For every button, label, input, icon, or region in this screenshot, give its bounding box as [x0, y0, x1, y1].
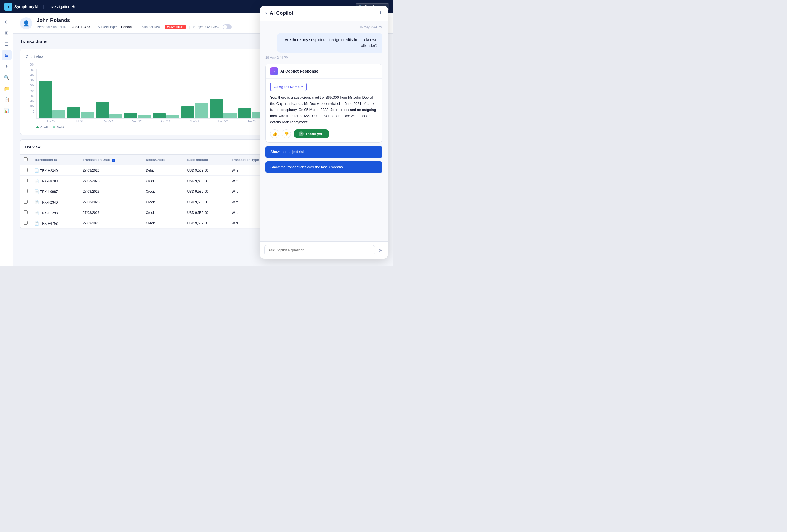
- sidebar-icon-search[interactable]: 🔍: [2, 72, 12, 82]
- doc-icon: 📄: [34, 190, 39, 194]
- row-type: Credit: [143, 197, 184, 207]
- sidebar-icon-folder[interactable]: 📁: [2, 84, 12, 93]
- three-dots-menu[interactable]: ···: [373, 69, 378, 74]
- checkmark-icon: ✓: [299, 131, 304, 136]
- bar-credit: [39, 81, 52, 118]
- response-body: AI Agent Name ▾ Yes, there is a suspicio…: [266, 79, 382, 142]
- y-axis: 90k 80k 70k 60k 50k 40k 30k 20k 10k 0: [26, 63, 34, 113]
- row-id: 📄TRX-H2340: [31, 197, 80, 207]
- sidebar-icon-notes[interactable]: 📋: [2, 94, 12, 105]
- month-group: [123, 113, 152, 118]
- suggestion-button-2[interactable]: Show me transactions over the last 3 mon…: [265, 161, 382, 173]
- bar-debit: [224, 113, 237, 118]
- sidebar-icon-reports[interactable]: 📊: [2, 106, 12, 116]
- chat-input-area: ➤: [260, 241, 388, 259]
- month-group: [180, 103, 209, 118]
- row-date: 27/03/2023: [80, 165, 143, 176]
- send-button[interactable]: ➤: [377, 246, 383, 254]
- copilot-title: AI Copilot: [270, 10, 293, 16]
- row-select-checkbox[interactable]: [24, 179, 27, 182]
- y-label-0: 0: [26, 110, 34, 113]
- bar-debit: [195, 103, 208, 118]
- doc-icon: 📄: [34, 221, 39, 225]
- month-group: [38, 81, 66, 118]
- sidebar-icon-dashboard[interactable]: ⊞: [2, 28, 12, 38]
- bar-debit: [52, 110, 65, 118]
- subject-info: John Rolands Personal Subject ID: CUST-T…: [37, 18, 232, 29]
- agent-name-label: AI Agent Name: [274, 85, 300, 89]
- chat-input[interactable]: [264, 245, 375, 255]
- bar-debit: [166, 115, 179, 118]
- brand-name: SymphonyAI: [15, 4, 38, 9]
- select-all-checkbox[interactable]: [24, 157, 27, 161]
- bar-debit: [81, 112, 94, 118]
- sidebar-icon-transactions[interactable]: ⊟: [2, 50, 12, 60]
- legend-debit: Debit: [53, 126, 64, 129]
- response-title-area: ✦ AI Copilot Response: [270, 67, 318, 75]
- row-amount: USD 9,539.00: [184, 197, 228, 207]
- hub-label: Investigation Hub: [48, 4, 79, 9]
- sidebar-icon-home[interactable]: ⊙: [2, 17, 12, 27]
- y-label-20k: 20k: [26, 99, 34, 103]
- header-checkbox-cell: [20, 155, 31, 165]
- thumbs-up-button[interactable]: 👍: [270, 129, 279, 138]
- y-label-80k: 80k: [26, 68, 34, 71]
- copilot-header: › AI Copilot +: [260, 5, 388, 21]
- row-date: 27/03/2023: [80, 218, 143, 228]
- sidebar-icon-analytics[interactable]: ✦: [2, 61, 12, 71]
- y-label-50k: 50k: [26, 84, 34, 87]
- row-select-checkbox[interactable]: [24, 221, 27, 225]
- subject-name: John Rolands: [37, 18, 232, 23]
- row-select-checkbox[interactable]: [24, 210, 27, 214]
- subject-risk-badge: VERY HIGH: [165, 25, 186, 29]
- row-date: 27/03/2023: [80, 197, 143, 207]
- x-label: Dec '22: [209, 120, 237, 123]
- y-label-10k: 10k: [26, 105, 34, 108]
- y-label-70k: 70k: [26, 74, 34, 77]
- row-select-checkbox[interactable]: [24, 189, 27, 193]
- sort-badge: ↑: [112, 158, 115, 162]
- sidebar-icon-list[interactable]: ☰: [2, 39, 12, 49]
- doc-icon: 📄: [34, 168, 39, 173]
- x-label: Aug '22: [94, 120, 123, 123]
- y-label-90k: 90k: [26, 63, 34, 66]
- y-label-30k: 30k: [26, 94, 34, 97]
- row-amount: USD 9,539.00: [184, 218, 228, 228]
- row-checkbox-cell: [20, 186, 31, 197]
- bar-credit: [67, 107, 80, 118]
- row-checkbox-cell: [20, 176, 31, 186]
- header-transaction-id: Transaction ID: [31, 155, 80, 165]
- x-label: Jun '22: [37, 120, 65, 123]
- doc-icon: 📄: [34, 179, 39, 183]
- row-checkbox-cell: [20, 165, 31, 176]
- chat-area: 16 May, 2:44 PM Are there any suspicious…: [260, 21, 388, 241]
- copilot-close-button[interactable]: +: [379, 10, 382, 16]
- agent-dropdown[interactable]: AI Agent Name ▾: [270, 83, 307, 91]
- subject-id-value: CUST-T2423: [70, 25, 90, 29]
- copilot-panel: › AI Copilot + 16 May, 2:44 PM Are there…: [260, 5, 388, 259]
- row-type: Credit: [143, 176, 184, 186]
- subject-risk-label: Subject Risk:: [142, 25, 162, 29]
- x-label: Nov '22: [180, 120, 209, 123]
- row-select-checkbox[interactable]: [24, 200, 27, 204]
- row-select-checkbox[interactable]: [24, 168, 27, 172]
- bar-credit: [96, 102, 109, 118]
- subject-avatar: 👤: [20, 17, 32, 29]
- brand-icon: ✦: [4, 3, 12, 10]
- thank-you-button[interactable]: ✓ Thank you!: [294, 129, 329, 138]
- thumbs-down-button[interactable]: 👎: [282, 129, 291, 138]
- response-text: Yes, there is a suspicious credit of $65…: [270, 94, 378, 125]
- subject-overview-toggle[interactable]: [222, 24, 232, 29]
- row-id: 📄TRX-H8783: [31, 176, 80, 186]
- legend-credit: Credit: [37, 126, 48, 129]
- row-type: Credit: [143, 218, 184, 228]
- subject-overview-label: Subject Overview: [193, 25, 219, 29]
- bar-credit: [210, 99, 223, 118]
- suggestion-button-1[interactable]: Show me subject risk: [265, 146, 382, 158]
- row-id: 📄TRX-H1298: [31, 207, 80, 218]
- bar-debit: [138, 115, 151, 118]
- row-type: Credit: [143, 186, 184, 197]
- bar-credit: [238, 108, 251, 118]
- legend-debit-dot: [53, 126, 55, 129]
- copilot-chevron-icon[interactable]: ›: [265, 10, 267, 16]
